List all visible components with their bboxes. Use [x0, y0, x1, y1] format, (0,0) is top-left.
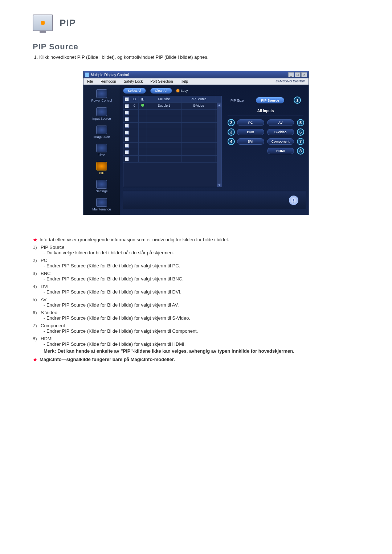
explanation-list: 1)PIP SourceDu kan velge kilden for bild…	[33, 245, 359, 347]
grid-header: ID ◧ PIP Size PIP Source	[123, 96, 221, 103]
explanation-item: 2)PCEndrer PIP Source (Kilde for Bilde i…	[33, 258, 359, 268]
callout-5: 5	[297, 119, 304, 126]
explanation-item: 3)BNCEndrer PIP Source (Kilde for Bilde …	[33, 271, 359, 282]
row-checkbox[interactable]	[125, 111, 129, 115]
col-pip-source: PIP Source	[181, 96, 216, 102]
maintenance-icon	[96, 198, 107, 207]
menu-file[interactable]: File	[83, 78, 97, 85]
explanation-item: 4)DVIEndrer PIP Source (Kilde for Bilde …	[33, 284, 359, 295]
clear-all-button[interactable]: Clear All	[150, 88, 172, 94]
status-bar: !	[123, 191, 306, 209]
row-pip-source: S-Video	[181, 103, 216, 109]
grid-row[interactable]	[123, 129, 221, 136]
status-dot-icon	[141, 104, 144, 107]
pip-icon	[96, 162, 107, 171]
callout-1: 1	[294, 97, 301, 104]
main-panel: Select All Clear All Busy ID ◧ PIP Size …	[120, 85, 309, 215]
callout-6: 6	[297, 128, 304, 136]
app-window: Multiple Display Control _ □ × File Remo…	[83, 71, 309, 215]
sidebar-item-settings[interactable]: Settings	[84, 178, 119, 194]
source-hdmi-button[interactable]: HDMI	[267, 148, 294, 154]
image-size-icon	[96, 126, 107, 134]
row-checkbox[interactable]	[125, 117, 129, 121]
grid-row[interactable]	[123, 156, 221, 162]
menu-help[interactable]: Help	[177, 78, 192, 85]
menu-port-selection[interactable]: Port Selection	[147, 78, 177, 85]
sidebar-item-pip[interactable]: PIP	[84, 160, 119, 176]
source-svideo-button[interactable]: S-Video	[267, 129, 294, 135]
source-av-button[interactable]: AV	[267, 119, 294, 126]
explanation-item: 8)HDMIEndrer PIP Source (Kilde for Bilde…	[33, 336, 359, 347]
col-pip-size: PIP Size	[147, 96, 181, 102]
row-checkbox[interactable]	[125, 157, 129, 161]
sidebar-item-maintenance[interactable]: Maintenance	[84, 196, 119, 213]
grid-row[interactable]	[123, 136, 221, 143]
info-note-2: MagicInfo—signalkilde fungerer bare på M…	[40, 357, 175, 362]
close-button[interactable]: ×	[301, 72, 307, 77]
source-bnc-button[interactable]: BNC	[237, 129, 264, 135]
row-pip-size: Double 1	[147, 103, 181, 109]
source-dvi-button[interactable]: DVI	[237, 138, 264, 145]
menu-remocon[interactable]: Remocon	[97, 78, 120, 85]
grid-row[interactable]	[123, 143, 221, 149]
sidebar-item-power[interactable]: Power Control	[84, 87, 119, 104]
display-grid: ID ◧ PIP Size PIP Source 0 Double 1 S-Vi…	[123, 96, 222, 187]
app-icon	[85, 73, 89, 77]
grid-row[interactable]	[123, 116, 221, 123]
explanation-item: 6)S-VideoEndrer PIP Source (Kilde for Bi…	[33, 310, 359, 321]
menu-safety-lock[interactable]: Safety Lock	[120, 78, 147, 85]
alert-icon: !	[289, 196, 298, 205]
busy-indicator: Busy	[176, 89, 188, 93]
info-note-1: Info-tabellen viser grunnleggende inform…	[40, 237, 229, 242]
callout-3: 3	[228, 128, 235, 136]
row-checkbox[interactable]	[125, 144, 129, 148]
sidebar-item-image-size[interactable]: Image Size	[84, 123, 119, 140]
explanation-item: 1)PIP SourceDu kan velge kilden for bild…	[33, 245, 359, 255]
row-checkbox[interactable]	[125, 150, 129, 154]
row-checkbox[interactable]	[125, 131, 129, 135]
col-status-icon: ◧	[139, 96, 147, 102]
page-title: PIP	[60, 17, 76, 29]
intro-step-1: Klikk hovedikonet PIP (Bilde i bildet), …	[39, 54, 359, 60]
sidebar-item-time[interactable]: Time	[84, 141, 119, 158]
brand-label: SAMSUNG DIGITall	[272, 78, 309, 85]
callout-7: 7	[297, 138, 304, 145]
pip-monitor-icon	[33, 15, 53, 31]
sidebar: Power Control Input Source Image Size Ti…	[83, 85, 120, 215]
explanation-item: 7)ComponentEndrer PIP Source (Kilde for …	[33, 323, 359, 334]
power-icon	[96, 89, 107, 98]
time-icon	[96, 144, 107, 152]
menubar: File Remocon Safety Lock Port Selection …	[83, 78, 309, 85]
tab-pip-size[interactable]: PIP Size	[228, 97, 246, 104]
star-icon: ★	[33, 357, 37, 362]
row-id: 0	[130, 103, 139, 109]
row-checkbox[interactable]	[125, 137, 129, 141]
maximize-button[interactable]: □	[295, 72, 301, 77]
settings-icon	[96, 180, 107, 189]
section-subtitle: PIP Source	[33, 42, 359, 52]
callout-8: 8	[297, 147, 304, 155]
tab-pip-source[interactable]: PIP Source	[256, 97, 284, 103]
row-checkbox[interactable]	[125, 104, 129, 108]
input-icon	[96, 107, 107, 116]
explanation-item: 5)AVEndrer PIP Source (Kilde for Bilde i…	[33, 297, 359, 308]
grid-row[interactable]	[123, 123, 221, 129]
star-icon: ★	[33, 237, 37, 242]
col-id: ID	[130, 96, 139, 102]
merk-note: Merk: Det kan hende at enkelte av "PIP"-…	[44, 348, 359, 354]
pip-source-panel: PIP Size PIP Source 1 All Inputs 2 PC AV…	[225, 96, 306, 187]
grid-scrollbar[interactable]	[217, 103, 221, 187]
sidebar-item-input[interactable]: Input Source	[84, 105, 119, 122]
source-component-button[interactable]: Component	[267, 138, 294, 145]
callout-4: 4	[228, 138, 235, 145]
grid-row[interactable]	[123, 149, 221, 156]
titlebar: Multiple Display Control _ □ ×	[83, 71, 309, 78]
grid-row[interactable]	[123, 110, 221, 116]
row-checkbox[interactable]	[125, 124, 129, 128]
header-checkbox[interactable]	[125, 97, 129, 101]
source-pc-button[interactable]: PC	[237, 119, 264, 126]
all-inputs-label: All Inputs	[228, 107, 303, 115]
grid-row[interactable]: 0 Double 1 S-Video	[123, 103, 221, 109]
select-all-button[interactable]: Select All	[123, 88, 146, 94]
minimize-button[interactable]: _	[288, 72, 294, 77]
